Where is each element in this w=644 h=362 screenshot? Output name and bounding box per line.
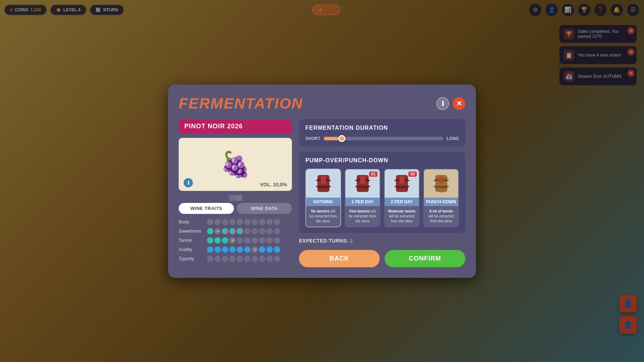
modal-body: PINOT NOIR 2026 🍇 ℹ VOL. 10,0% [179,119,465,267]
expected-turns-row: EXPECTED TURNS: 2 [299,238,465,244]
sw-dot-star: ★ [214,228,221,234]
sq-1 [229,195,235,201]
wine-name-bar: PINOT NOIR 2026 [179,119,292,134]
tan-dot-8 [259,237,265,244]
ty-dot-8 [259,256,265,262]
back-button[interactable]: BACK [299,250,380,267]
pump-over-box: PUMP-OVER/PUNCH-DOWN [299,152,465,233]
tab-wine-data[interactable]: WINE DATA [237,203,292,214]
pump-card-punch[interactable]: Punch-down A lot of tannin will be extra… [423,169,459,227]
wine-name: PINOT NOIR 2026 [184,123,286,130]
right-panel: FERMENTATION DURATION SHORT LONG PUMP-OV… [299,119,465,267]
pump-two-desc: Moderate tannin will be extracted from t… [385,206,419,227]
ty-dot-4 [229,256,236,262]
sw-dot-3 [229,228,236,234]
ty-dot-2 [214,256,221,262]
trait-tannin-dots: ★ [207,237,280,244]
svg-point-24 [440,191,443,193]
pump-cards-row: Nothing No tannins will be extracted fro… [305,169,459,227]
expected-turns-label: EXPECTED TURNS: [299,238,349,244]
pump-card-two-img: X2 [385,169,419,198]
pump-one-badge: X1 [369,171,378,177]
tan-dot-6 [244,237,251,244]
pump-card-nothing[interactable]: Nothing No tannins will be extracted fro… [305,169,341,227]
pump-card-punch-img [424,169,458,198]
tan-dot-star: ★ [229,237,236,244]
body-dot-5 [237,219,243,225]
modal-close-btn[interactable]: ✕ [453,97,465,110]
duration-slider-track[interactable] [324,137,443,140]
svg-rect-22 [434,186,449,187]
sq-2 [235,195,236,201]
sq-4 [238,195,239,201]
trait-tannin-label: Tannin [179,238,204,243]
pump-over-title: PUMP-OVER/PUNCH-DOWN [305,157,459,164]
ac-dot-1 [207,246,213,253]
trait-tannin-row: Tannin ★ [179,237,292,244]
ac-dot-star: ★ [252,246,258,253]
action-buttons: BACK CONFIRM [299,250,465,267]
fermentation-duration-title: FERMENTATION DURATION [305,125,459,131]
sw-dot-9 [274,228,280,234]
svg-rect-5 [321,176,326,183]
modal-header-icons: ℹ ✕ [436,97,465,110]
trait-acidity-label: Acidity [179,247,204,252]
svg-rect-2 [317,187,329,188]
pump-card-nothing-img [306,169,340,198]
trait-typicity-dots [207,256,280,262]
svg-rect-14 [396,187,408,188]
ac-dot-2 [214,246,221,253]
traits-section: Body [179,219,292,262]
pump-card-one-img: X1 [345,169,380,198]
sw-dot-2 [222,228,228,234]
pump-card-one[interactable]: X1 1 per day Few tannins will be extract… [345,169,380,227]
barrel-two-icon [394,174,410,193]
long-label: LONG [447,136,459,141]
body-dot-10 [274,219,280,225]
hatched-squares-row [179,195,292,201]
slider-thumb[interactable] [338,135,345,142]
modal-title: FERMENTATION [179,95,303,112]
ty-dot-5 [237,256,243,262]
ac-dot-4 [229,246,236,253]
duration-row: SHORT LONG [305,136,459,141]
ac-dot-6 [244,246,251,253]
trait-typicity-row: Typicity [179,256,292,262]
pump-card-two[interactable]: X2 2 per day Moderate tannin will be ext… [384,169,420,227]
ty-dot-10 [274,256,280,262]
modal-info-btn[interactable]: ℹ [436,97,449,110]
pump-two-badge: X2 [408,171,417,177]
trait-body-dots [207,219,280,225]
tan-dot-9 [266,237,273,244]
svg-rect-20 [435,187,447,188]
tab-wine-traits[interactable]: WINE TRAITS [179,203,234,214]
confirm-button[interactable]: CONFIRM [385,250,465,267]
modal-overlay: FERMENTATION ℹ ✕ PINOT NOIR 2026 🍇 ℹ VOL… [0,0,644,362]
barrel-punch-icon [433,174,449,193]
pump-one-desc: Few tannins will be extracted from the s… [345,206,380,227]
tan-dot-2 [214,237,221,244]
sw-dot-5 [244,228,251,234]
trait-typicity-label: Typicity [179,256,204,261]
wine-volume: VOL. 10,0% [260,182,287,187]
body-dot-1 [207,219,213,225]
tan-dot-5 [237,237,243,244]
ty-dot-1 [207,256,213,262]
ty-dot-3 [222,256,228,262]
sq-6 [241,195,242,201]
wine-image-info-btn[interactable]: ℹ [184,178,193,187]
trait-acidity-dots: ★ [207,246,280,253]
ty-dot-9 [266,256,273,262]
svg-rect-11 [360,176,365,183]
pump-nothing-label: Nothing [306,198,340,206]
body-dot-3 [222,219,228,225]
grape-icon: 🍇 [220,152,251,177]
sw-dot-7 [259,228,265,234]
sq-3 [237,195,237,201]
fermentation-duration-box: FERMENTATION DURATION SHORT LONG [299,119,465,147]
ac-dot-5 [237,246,243,253]
fermentation-modal: FERMENTATION ℹ ✕ PINOT NOIR 2026 🍇 ℹ VOL… [168,84,476,278]
trait-body-label: Body [179,219,204,224]
wine-image-box: 🍇 ℹ VOL. 10,0% [179,138,292,191]
tan-dot-3 [222,237,228,244]
